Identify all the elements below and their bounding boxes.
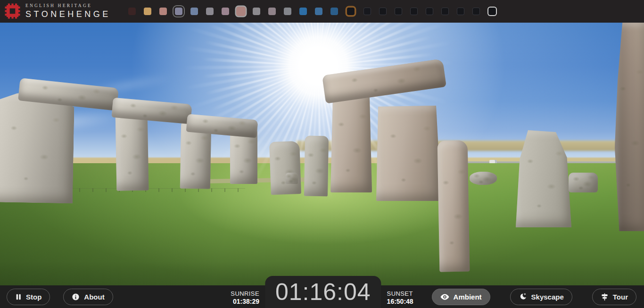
info-icon — [72, 293, 80, 301]
eye-icon — [440, 293, 449, 300]
moon-stars-icon — [519, 292, 527, 301]
skyscape-button-label: Skyscape — [531, 293, 564, 300]
sky-swatch-8[interactable] — [253, 8, 260, 15]
sky-swatch-3[interactable] — [175, 8, 182, 15]
english-heritage-portcullis-icon — [5, 3, 20, 19]
ambient-button-label: Ambient — [454, 293, 482, 300]
sunset-time: 16:50:48 — [387, 298, 413, 305]
clock-tab: 01:16:04 — [265, 276, 381, 308]
brand-eyebrow: ENGLISH HERITAGE — [25, 4, 111, 8]
clock-assembly: SUNRISE 01:38:29 01:16:04 SUNSET 16:50:4… — [231, 276, 413, 308]
stone-upright — [269, 141, 301, 195]
fallen-stone — [470, 172, 497, 185]
about-button[interactable]: About — [63, 289, 113, 305]
sky-swatch-0[interactable] — [128, 8, 136, 15]
sky-swatch-2[interactable] — [159, 8, 167, 15]
sunset-info: SUNSET 16:50:48 — [387, 291, 413, 308]
sky-swatch-14[interactable] — [347, 8, 355, 15]
stop-button[interactable]: Stop — [7, 289, 50, 305]
trilithon-right-upright — [376, 106, 441, 201]
simulation-clock: 01:16:04 — [275, 280, 371, 304]
signpost-icon — [601, 293, 609, 301]
stone-upright-far-left — [0, 93, 74, 204]
small-distant-stone — [286, 173, 298, 184]
sky-swatch-9[interactable] — [268, 8, 276, 15]
sky-swatch-23[interactable] — [488, 8, 496, 15]
sky-swatch-17[interactable] — [395, 8, 402, 15]
sky-swatch-strip — [128, 8, 496, 15]
english-heritage-logo[interactable]: ENGLISH HERITAGE STONEHENGE — [5, 3, 111, 19]
pause-icon — [15, 293, 22, 300]
sky-swatch-6[interactable] — [222, 8, 229, 15]
sky-swatch-7[interactable] — [236, 7, 246, 16]
about-button-label: About — [84, 293, 104, 300]
sunrise-time: 01:38:29 — [231, 298, 259, 305]
sky-swatch-15[interactable] — [363, 8, 371, 15]
sky-swatch-10[interactable] — [284, 8, 291, 15]
sky-swatch-12[interactable] — [315, 8, 322, 15]
sky-swatch-4[interactable] — [190, 8, 198, 15]
sky-swatch-11[interactable] — [299, 8, 307, 15]
sky-swatch-1[interactable] — [144, 8, 151, 15]
sunrise-label: SUNRISE — [231, 291, 259, 298]
header-bar: ENGLISH HERITAGE STONEHENGE — [0, 0, 644, 23]
sunset-label: SUNSET — [387, 291, 413, 298]
sky-swatch-16[interactable] — [379, 8, 387, 15]
stone-upright-tall — [438, 140, 470, 272]
ambient-button[interactable]: Ambient — [432, 289, 490, 305]
stone-upright — [304, 136, 329, 197]
sky-swatch-22[interactable] — [472, 8, 480, 15]
skyscape-button[interactable]: Skyscape — [510, 289, 572, 305]
stone-upright — [116, 110, 149, 191]
sky-swatch-20[interactable] — [441, 8, 449, 15]
trilithon-left-upright — [330, 92, 372, 192]
tour-button[interactable]: Tour — [592, 289, 636, 305]
sky-swatch-19[interactable] — [426, 8, 433, 15]
sunrise-info: SUNRISE 01:38:29 — [231, 291, 259, 308]
brand-title: STONEHENGE — [25, 10, 111, 18]
panorama-viewport[interactable] — [0, 23, 644, 308]
fallen-stone — [569, 173, 598, 192]
sky-swatch-13[interactable] — [330, 8, 338, 15]
sky-swatch-21[interactable] — [457, 8, 464, 15]
stop-button-label: Stop — [26, 293, 41, 300]
sky-swatch-5[interactable] — [206, 8, 214, 15]
sky-swatch-18[interactable] — [410, 8, 418, 15]
tour-button-label: Tour — [613, 293, 628, 300]
